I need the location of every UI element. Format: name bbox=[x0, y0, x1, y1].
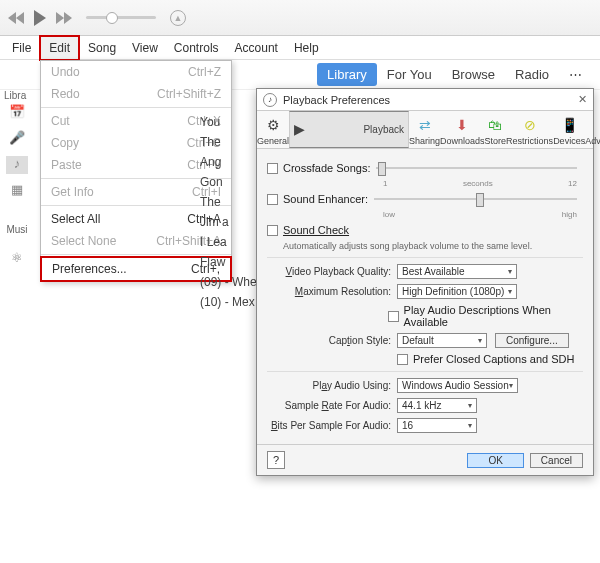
soundcheck-note: Automatically adjusts song playback volu… bbox=[283, 241, 583, 251]
caption-select[interactable]: Default▾ bbox=[397, 333, 487, 348]
chevron-down-icon: ▾ bbox=[468, 421, 472, 430]
player-toolbar: ▲ bbox=[0, 0, 600, 36]
mic-icon[interactable]: 🎤 bbox=[6, 130, 28, 148]
tab-playback[interactable]: ▶Playback bbox=[289, 111, 409, 148]
chevron-down-icon: ▾ bbox=[508, 287, 512, 296]
playdesc-checkbox[interactable] bbox=[388, 311, 399, 322]
restrictions-icon: ⊘ bbox=[506, 115, 553, 135]
menu-account[interactable]: Account bbox=[227, 37, 286, 59]
tab-store[interactable]: 🛍Store bbox=[485, 111, 507, 148]
sidebar-music-label: Musi bbox=[6, 224, 28, 242]
help-button[interactable]: ? bbox=[267, 451, 285, 469]
configure-button[interactable]: Configure... bbox=[495, 333, 569, 348]
tab-general[interactable]: ⚙General bbox=[257, 111, 289, 148]
chevron-down-icon: ▾ bbox=[509, 381, 513, 390]
crossfade-label: Crossfade Songs: bbox=[283, 162, 370, 174]
menu-file[interactable]: File bbox=[4, 37, 39, 59]
dialog-title: Playback Preferences bbox=[283, 94, 390, 106]
maxres-select[interactable]: High Definition (1080p)▾ bbox=[397, 284, 517, 299]
list-item[interactable]: Ang bbox=[200, 152, 257, 172]
list-item[interactable]: (09) - Whe bbox=[200, 272, 257, 292]
menu-view[interactable]: View bbox=[124, 37, 166, 59]
sr-label: Sample Rate For Audio: bbox=[267, 400, 397, 411]
menu-redo[interactable]: RedoCtrl+Shift+Z bbox=[41, 83, 231, 105]
prefs-icon: ♪ bbox=[263, 93, 277, 107]
prev-icon[interactable] bbox=[8, 12, 24, 24]
list-item[interactable]: I Lea bbox=[200, 232, 257, 252]
cancel-button[interactable]: Cancel bbox=[530, 453, 583, 468]
enhancer-checkbox[interactable] bbox=[267, 194, 278, 205]
crossfade-checkbox[interactable] bbox=[267, 163, 278, 174]
music-note-icon[interactable]: ♪ bbox=[6, 156, 28, 174]
prefcc-checkbox[interactable] bbox=[397, 354, 408, 365]
play-circle-icon: ▶ bbox=[294, 119, 305, 139]
prefs-tabs: ⚙General ▶Playback ⇄Sharing ⬇Downloads 🛍… bbox=[257, 111, 593, 149]
chevron-down-icon: ▾ bbox=[478, 336, 482, 345]
close-icon[interactable]: ✕ bbox=[578, 93, 587, 106]
list-item[interactable]: Gon bbox=[200, 172, 257, 192]
sr-select[interactable]: 44.1 kHz▾ bbox=[397, 398, 477, 413]
list-item[interactable]: Flaw bbox=[200, 252, 257, 272]
next-icon[interactable] bbox=[56, 12, 72, 24]
advanced-icon: ⚙ bbox=[585, 115, 600, 135]
list-item[interactable]: You bbox=[200, 112, 257, 132]
download-icon: ⬇ bbox=[440, 115, 485, 135]
enhancer-slider[interactable] bbox=[374, 198, 577, 200]
dialog-titlebar: ♪Playback Preferences ✕ bbox=[257, 89, 593, 111]
menu-undo[interactable]: UndoCtrl+Z bbox=[41, 61, 231, 83]
crossfade-slider[interactable] bbox=[376, 167, 577, 169]
tab-downloads[interactable]: ⬇Downloads bbox=[440, 111, 485, 148]
sidebar-icons: 📅 🎤 ♪ ▦ Musi ⚛ bbox=[6, 104, 28, 268]
tab-more[interactable]: ⋯ bbox=[559, 63, 592, 86]
song-list: You The Ang Gon The Jim a I Lea Flaw (09… bbox=[200, 112, 257, 312]
pau-select[interactable]: Windows Audio Session▾ bbox=[397, 378, 518, 393]
tab-sharing[interactable]: ⇄Sharing bbox=[409, 111, 440, 148]
devices-icon: 📱 bbox=[553, 115, 585, 135]
tab-radio[interactable]: Radio bbox=[505, 63, 559, 86]
menu-edit[interactable]: Edit bbox=[39, 35, 80, 61]
sharing-icon: ⇄ bbox=[409, 115, 440, 135]
preferences-dialog: ♪Playback Preferences ✕ ⚙General ▶Playba… bbox=[256, 88, 594, 476]
caption-label: Caption Style: bbox=[267, 335, 397, 346]
vpq-label: Video Playback Quality: bbox=[267, 266, 397, 277]
soundcheck-label: Sound Check bbox=[283, 224, 349, 236]
menu-help[interactable]: Help bbox=[286, 37, 327, 59]
atom-icon[interactable]: ⚛ bbox=[6, 250, 28, 268]
sidebar-library-label: Libra bbox=[4, 90, 40, 101]
list-item[interactable]: Jim a bbox=[200, 212, 257, 232]
tab-library[interactable]: Library bbox=[317, 63, 377, 86]
pau-label: Play Audio Using: bbox=[267, 380, 397, 391]
menu-controls[interactable]: Controls bbox=[166, 37, 227, 59]
tab-browse[interactable]: Browse bbox=[442, 63, 505, 86]
bps-label: Bits Per Sample For Audio: bbox=[267, 420, 397, 431]
tab-devices[interactable]: 📱Devices bbox=[553, 111, 585, 148]
gear-icon: ⚙ bbox=[257, 115, 289, 135]
store-icon: 🛍 bbox=[485, 115, 507, 135]
maxres-label: Maximum Resolution: bbox=[267, 286, 397, 297]
list-item[interactable]: The bbox=[200, 192, 257, 212]
list-item[interactable]: The bbox=[200, 132, 257, 152]
tab-foryou[interactable]: For You bbox=[377, 63, 442, 86]
tab-restrictions[interactable]: ⊘Restrictions bbox=[506, 111, 553, 148]
soundcheck-checkbox[interactable] bbox=[267, 225, 278, 236]
grid-icon[interactable]: ▦ bbox=[6, 182, 28, 200]
volume-slider[interactable] bbox=[86, 16, 156, 19]
play-icon[interactable] bbox=[32, 10, 48, 26]
chevron-down-icon: ▾ bbox=[508, 267, 512, 276]
chevron-down-icon: ▾ bbox=[468, 401, 472, 410]
calendar-icon[interactable]: 📅 bbox=[6, 104, 28, 122]
dialog-footer: ? OK Cancel bbox=[257, 444, 593, 475]
ok-button[interactable]: OK bbox=[467, 453, 523, 468]
menu-song[interactable]: Song bbox=[80, 37, 124, 59]
bps-select[interactable]: 16▾ bbox=[397, 418, 477, 433]
list-item[interactable]: (10) - Mex bbox=[200, 292, 257, 312]
vpq-select[interactable]: Best Available▾ bbox=[397, 264, 517, 279]
menu-bar: File Edit Song View Controls Account Hel… bbox=[0, 36, 600, 60]
airplay-icon[interactable]: ▲ bbox=[170, 10, 186, 26]
tab-advanced[interactable]: ⚙Advanced bbox=[585, 111, 600, 148]
enhancer-label: Sound Enhancer: bbox=[283, 193, 368, 205]
